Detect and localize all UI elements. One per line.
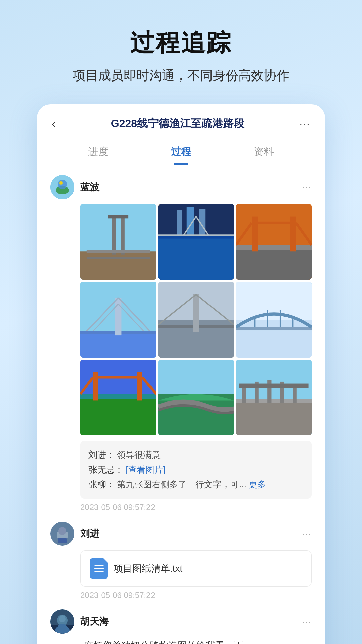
svg-rect-44 <box>236 327 312 330</box>
svg-rect-31 <box>115 298 122 335</box>
file-line-3 <box>94 571 104 572</box>
tab-bar: 进度 过程 资料 <box>37 138 325 165</box>
svg-rect-61 <box>236 399 312 402</box>
svg-point-76 <box>59 615 66 622</box>
svg-rect-29 <box>80 332 156 358</box>
grid-image-5[interactable] <box>158 282 234 358</box>
svg-rect-12 <box>158 235 234 280</box>
phone-card: ‹ G228线宁德渔江至疏港路段 ··· 进度 过程 资料 <box>37 104 325 644</box>
file-name: 项目图纸清单.txt <box>114 562 182 575</box>
grid-image-6[interactable] <box>236 282 312 358</box>
comment-text-3: 第九张图右侧多了一行文字，可... <box>117 479 246 489</box>
user-name-liujin: 刘进 <box>80 527 99 540</box>
message-header-1: 蓝波 ··· <box>50 175 312 199</box>
svg-rect-64 <box>267 380 271 402</box>
avatar-liujin <box>50 522 74 546</box>
avatar-name-1: 蓝波 <box>50 175 99 199</box>
message-block-3: 胡天海 ··· 麻烦您单独把公路构造图传给我看一下 <box>50 609 312 644</box>
file-line-1 <box>94 565 104 566</box>
header-more-button[interactable]: ··· <box>299 118 310 130</box>
svg-rect-67 <box>239 384 308 388</box>
timestamp-1: 2023-05-06 09:57:22 <box>80 503 312 512</box>
header-title: G228线宁德渔江至疏港路段 <box>111 116 244 131</box>
svg-point-2 <box>58 180 67 189</box>
grid-image-2[interactable] <box>158 204 234 280</box>
avatar-lanbo <box>50 175 74 199</box>
tab-materials[interactable]: 资料 <box>254 145 274 165</box>
svg-rect-14 <box>177 210 182 235</box>
svg-rect-71 <box>58 538 67 543</box>
svg-point-3 <box>59 181 63 185</box>
grid-image-8[interactable] <box>158 360 234 435</box>
message-more-3[interactable]: ··· <box>302 616 312 627</box>
file-icon-lines <box>94 565 104 572</box>
comment-line-2: 张无忌： [查看图片] <box>88 462 304 477</box>
svg-rect-60 <box>236 400 312 435</box>
svg-rect-21 <box>236 245 312 280</box>
image-grid <box>80 204 312 435</box>
avatar-name-3: 胡天海 <box>50 609 109 634</box>
commenter-liujin: 刘进： <box>88 450 115 460</box>
svg-rect-51 <box>80 394 156 399</box>
avatar-name-2: 刘进 <box>50 522 99 546</box>
file-attachment[interactable]: 项目图纸清单.txt <box>80 550 312 587</box>
grid-image-1[interactable] <box>80 204 156 280</box>
comment-line-1: 刘进： 领导很满意 <box>88 447 304 462</box>
grid-image-4[interactable] <box>80 282 156 358</box>
comment-line-3: 张柳： 第九张图右侧多了一行文字，可... 更多 <box>88 477 304 492</box>
tab-progress[interactable]: 进度 <box>88 145 108 165</box>
svg-rect-5 <box>80 251 156 280</box>
svg-rect-8 <box>108 215 128 218</box>
page-title: 过程追踪 <box>130 27 232 59</box>
message-header-2: 刘进 ··· <box>50 522 312 546</box>
message-block-1: 蓝波 ··· <box>50 175 312 512</box>
chat-content: 蓝波 ··· <box>37 165 325 644</box>
svg-rect-7 <box>121 217 125 255</box>
commenter-zhangwuji: 张无忌： <box>88 465 123 475</box>
page-subtitle: 项目成员即时沟通，不同身份高效协作 <box>73 67 289 84</box>
svg-rect-39 <box>193 294 199 332</box>
tab-process[interactable]: 过程 <box>171 145 191 165</box>
grid-image-9[interactable] <box>236 360 312 435</box>
svg-rect-43 <box>236 320 312 358</box>
comment-link-image[interactable]: [查看图片] <box>126 465 165 475</box>
comment-text-1: 领导很满意 <box>117 450 161 460</box>
svg-rect-6 <box>112 217 116 255</box>
svg-rect-22 <box>236 245 312 250</box>
svg-rect-50 <box>80 394 156 435</box>
comments-box-1: 刘进： 领导很满意 张无忌： [查看图片] 张柳： 第九张图右侧多了一行文字，可… <box>80 441 312 499</box>
message-block-2: 刘进 ··· 项目图纸清单.txt 2023-05-06 09:57:22 <box>50 522 312 600</box>
grid-image-3[interactable] <box>236 204 312 280</box>
message-more-1[interactable]: ··· <box>302 182 312 193</box>
user-name-lanbo: 蓝波 <box>80 181 99 194</box>
grid-image-7[interactable] <box>80 360 156 435</box>
file-icon <box>90 558 108 579</box>
commenter-zhangliu: 张柳： <box>88 479 115 489</box>
timestamp-2: 2023-05-06 09:57:22 <box>80 591 312 600</box>
message-header-3: 胡天海 ··· <box>50 609 312 634</box>
message-text-hutianhai: 麻烦您单独把公路构造图传给我看一下 <box>80 638 312 644</box>
avatar-hutianhai <box>50 609 74 634</box>
comment-more-btn[interactable]: 更多 <box>249 479 266 489</box>
message-more-2[interactable]: ··· <box>302 528 312 539</box>
svg-rect-77 <box>58 624 67 631</box>
back-button[interactable]: ‹ <box>52 117 56 131</box>
svg-point-70 <box>58 527 66 535</box>
user-name-hutianhai: 胡天海 <box>80 615 109 628</box>
card-header: ‹ G228线宁德渔江至疏港路段 ··· <box>37 104 325 138</box>
file-line-2 <box>94 568 104 569</box>
